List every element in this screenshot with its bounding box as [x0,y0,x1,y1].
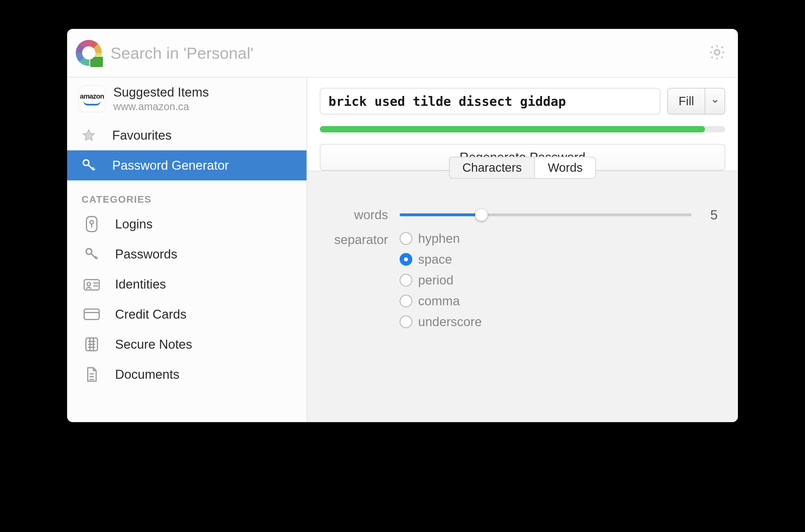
password-generator-label: Password Generator [112,158,229,173]
category-identities[interactable]: Identities [67,269,307,299]
favourites-label: Favourites [112,128,171,142]
words-label: words [327,208,400,222]
svg-point-1 [83,160,89,166]
separator-radio-group: hyphen space period comma [400,231,482,329]
key-icon [81,246,102,262]
category-secure-notes[interactable]: Secure Notes [67,329,307,359]
vault-badge-icon [90,56,103,68]
svg-rect-7 [84,309,99,320]
password-strength-meter [320,126,725,132]
generator-options-pane: Characters Words words 5 [307,171,738,422]
categories-header: CATEGORIES [67,180,307,209]
key-icon [79,157,99,173]
category-label: Passwords [115,247,177,261]
sidebar-item-password-generator[interactable]: Password Generator [67,150,307,180]
fill-button[interactable]: Fill [667,88,705,114]
keyhole-icon [81,215,102,233]
category-label: Identities [115,277,166,291]
separator-option-period[interactable]: period [400,273,482,287]
header-bar [67,29,738,77]
app-window: amazon Suggested Items www.amazon.ca Fav… [67,29,738,422]
svg-point-4 [86,249,92,254]
radio-label: underscore [418,315,482,329]
svg-point-3 [90,221,93,224]
star-icon [79,128,99,143]
radio-label: comma [418,294,460,308]
separator-label: separator [327,231,400,247]
mode-segmented-control: Characters Words [449,157,596,179]
tab-words[interactable]: Words [534,157,595,178]
separator-option-underscore[interactable]: underscore [400,315,482,329]
main-panel: brick used tilde dissect giddap Fill [307,77,738,422]
radio-icon [400,232,412,245]
category-label: Logins [115,217,153,231]
category-label: Credit Cards [115,307,187,322]
chevron-down-icon [711,97,719,105]
credit-card-icon [81,308,102,321]
words-value: 5 [703,207,718,223]
separator-option-comma[interactable]: comma [400,294,482,308]
radio-icon [400,253,412,266]
body: amazon Suggested Items www.amazon.ca Fav… [67,77,738,422]
generated-password-text: brick used tilde dissect giddap [328,94,566,109]
fill-button-label: Fill [679,94,694,108]
search-input[interactable] [111,44,702,62]
slider-thumb[interactable] [475,208,488,221]
category-passwords[interactable]: Passwords [67,239,307,269]
category-label: Documents [115,367,179,382]
radio-icon [400,294,412,307]
document-icon [81,366,102,383]
category-documents[interactable]: Documents [67,359,307,390]
settings-gear-icon[interactable] [708,43,726,63]
id-card-icon [81,277,102,291]
radio-icon [400,274,412,287]
sidebar-item-favourites[interactable]: Favourites [67,120,307,150]
tab-characters[interactable]: Characters [449,157,534,178]
vault-icon[interactable] [76,40,102,66]
category-label: Secure Notes [115,337,192,352]
notes-icon [81,336,102,353]
words-count-row: words 5 [327,207,718,223]
fill-dropdown-button[interactable] [705,88,725,114]
radio-label: period [418,273,454,287]
svg-point-0 [714,50,720,55]
radio-label: space [418,252,452,267]
category-credit-cards[interactable]: Credit Cards [67,299,307,329]
suggested-title: Suggested Items [113,85,209,99]
svg-point-6 [87,283,91,286]
separator-row: separator hyphen space period [327,231,718,329]
words-slider[interactable] [400,209,692,221]
sidebar: amazon Suggested Items www.amazon.ca Fav… [67,77,307,422]
category-logins[interactable]: Logins [67,209,307,239]
separator-option-hyphen[interactable]: hyphen [400,231,482,246]
separator-option-space[interactable]: space [400,252,482,267]
amazon-icon: amazon [79,86,105,112]
radio-label: hyphen [418,231,460,246]
fill-button-group: Fill [667,88,725,114]
password-strength-fill [320,126,705,132]
suggested-items-row[interactable]: amazon Suggested Items www.amazon.ca [67,77,307,120]
generated-password-field[interactable]: brick used tilde dissect giddap [320,88,660,114]
suggested-subtitle: www.amazon.ca [113,101,209,113]
radio-icon [400,316,412,328]
